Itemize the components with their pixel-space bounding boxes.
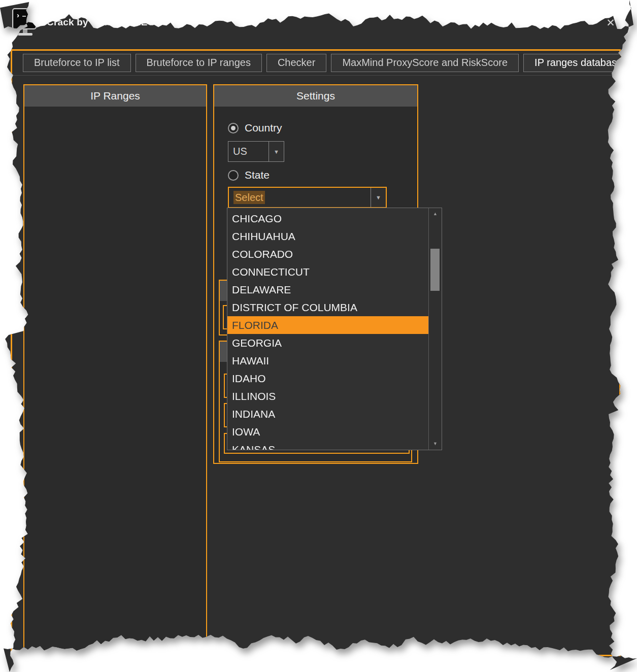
tab-bruteforce-to-ip-list[interactable]: Bruteforce to IP list bbox=[23, 54, 131, 72]
dropdown-item-connecticut[interactable]: CONNECTICUT bbox=[227, 263, 428, 281]
dropdown-item-florida[interactable]: FLORIDA bbox=[227, 316, 428, 334]
ip-ranges-panel: IP Ranges bbox=[23, 84, 207, 668]
dropdown-item-delaware[interactable]: DELAWARE bbox=[227, 281, 428, 298]
scroll-up-icon[interactable]: ▲ bbox=[429, 209, 441, 219]
dropdown-item-kansas[interactable]: KANSAS bbox=[227, 441, 428, 450]
dropdown-item-colorado[interactable]: COLORADO bbox=[227, 245, 428, 263]
country-radio-label: Country bbox=[245, 122, 282, 134]
app-window: › Crack by SHADMANEGI – ✕ Bruteforce to … bbox=[0, 0, 637, 672]
dropdown-item-idaho[interactable]: IDAHO bbox=[227, 369, 428, 387]
dropdown-item-georgia[interactable]: GEORGIA bbox=[227, 334, 428, 352]
chevron-down-icon[interactable]: ▼ bbox=[371, 188, 386, 207]
dropdown-item-hawaii[interactable]: HAWAII bbox=[227, 352, 428, 369]
terminal-icon: › bbox=[12, 8, 39, 38]
country-radio-row[interactable]: Country bbox=[228, 122, 282, 134]
country-radio-icon[interactable] bbox=[228, 123, 239, 133]
tab-maxmind-proxyscore-and-riskscore[interactable]: MaxMind ProxyScore and RiskScore bbox=[331, 54, 519, 72]
tab-bar: Bruteforce to IP listBruteforce to IP ra… bbox=[23, 54, 633, 72]
cursor-glyph bbox=[22, 16, 26, 17]
country-select[interactable]: US ▼ bbox=[228, 141, 284, 162]
scrollbar-thumb[interactable] bbox=[430, 249, 440, 291]
country-select-value: US bbox=[228, 142, 269, 161]
close-button[interactable]: ✕ bbox=[602, 13, 619, 30]
state-radio-icon[interactable] bbox=[228, 170, 239, 181]
terminal-icon-screen: › bbox=[12, 8, 37, 29]
dropdown-item-district-of-columbia[interactable]: DISTRICT OF COLUMBIA bbox=[227, 298, 428, 316]
tabstrip-divider bbox=[13, 75, 619, 76]
state-radio-row[interactable]: State bbox=[228, 169, 270, 181]
chevron-down-icon[interactable]: ▼ bbox=[269, 142, 284, 161]
ip-ranges-panel-title: IP Ranges bbox=[24, 85, 206, 107]
dropdown-item-chihuahua[interactable]: CHIHUAHUA bbox=[227, 227, 428, 245]
tab-ip-ranges-database[interactable]: IP ranges database bbox=[523, 54, 633, 72]
window-title: Crack by SHADMANEGI bbox=[47, 17, 158, 28]
scroll-down-icon[interactable]: ▼ bbox=[429, 439, 441, 449]
tab-checker[interactable]: Checker bbox=[266, 54, 326, 72]
dropdown-scrollbar[interactable]: ▲ ▼ bbox=[428, 208, 442, 450]
torn-screenshot-wrapper: › Crack by SHADMANEGI – ✕ Bruteforce to … bbox=[0, 0, 637, 672]
state-dropdown-list: CHICAGOCHIHUAHUACOLORADOCONNECTICUTDELAW… bbox=[227, 210, 428, 450]
state-dropdown: CHICAGOCHIHUAHUACOLORADOCONNECTICUTDELAW… bbox=[227, 208, 442, 450]
minimize-button[interactable]: – bbox=[580, 13, 596, 30]
state-radio-label: State bbox=[245, 169, 270, 181]
dropdown-item-chicago[interactable]: CHICAGO bbox=[227, 210, 428, 227]
dropdown-item-iowa[interactable]: IOWA bbox=[227, 423, 428, 441]
prompt-glyph: › bbox=[17, 11, 19, 19]
state-select-value: Select bbox=[229, 188, 371, 207]
dropdown-item-illinois[interactable]: ILLINOIS bbox=[227, 387, 428, 405]
dropdown-item-indiana[interactable]: INDIANA bbox=[227, 405, 428, 423]
settings-panel-title: Settings bbox=[214, 85, 417, 107]
tab-bruteforce-to-ip-ranges[interactable]: Bruteforce to IP ranges bbox=[136, 54, 262, 72]
state-select[interactable]: Select ▼ bbox=[228, 187, 387, 208]
